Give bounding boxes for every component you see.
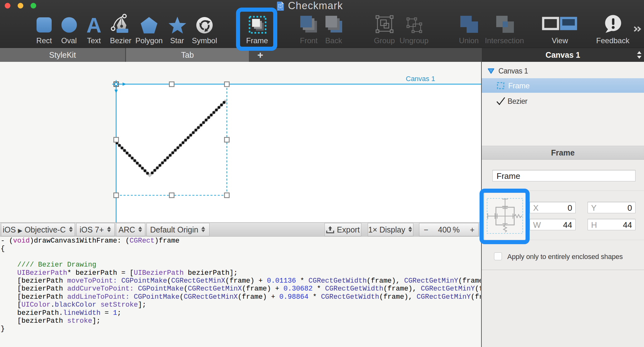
svg-text:Frame: Frame — [508, 81, 530, 90]
svg-text:Bezier: Bezier — [508, 97, 528, 105]
svg-text:A: A — [86, 14, 101, 37]
svg-text:Canvas 1: Canvas 1 — [406, 75, 435, 83]
svg-text:Canvas 1: Canvas 1 — [498, 67, 528, 75]
